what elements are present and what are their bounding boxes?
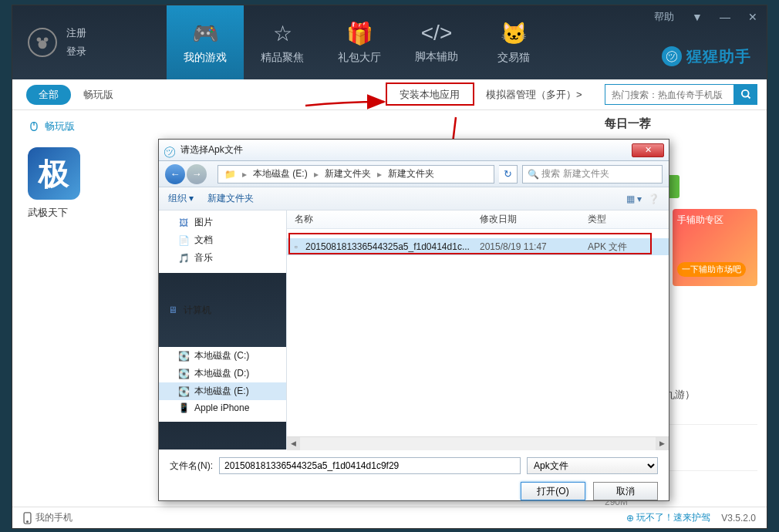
filename-label: 文件名(N): xyxy=(170,460,213,473)
svg-point-2 xyxy=(39,40,47,49)
game-app-name: 武极天下 xyxy=(28,206,136,220)
tab-script[interactable]: </> 脚本辅助 xyxy=(398,5,475,79)
file-list[interactable]: ▫ 201508181336544325a5_f1d0414d1c... 201… xyxy=(287,229,669,436)
search-icon: 🔍 xyxy=(528,169,539,180)
tab-featured[interactable]: ☆ 精品聚焦 xyxy=(244,5,321,79)
star-icon: ☆ xyxy=(273,21,292,46)
col-date[interactable]: 修改日期 xyxy=(472,213,580,226)
dialog-titlebar[interactable]: ㋡ 请选择Apk文件 ✕ xyxy=(159,140,669,161)
monkey-icon xyxy=(34,34,51,51)
file-type: APK 文件 xyxy=(580,241,649,254)
dialog-close-button[interactable]: ✕ xyxy=(632,143,664,157)
search-placeholder: 搜索 新建文件夹 xyxy=(541,167,609,180)
register-link[interactable]: 注册 xyxy=(66,26,86,40)
breadcrumb-part[interactable]: 本地磁盘 (E:) xyxy=(250,167,311,180)
cancel-button[interactable]: 取消 xyxy=(593,482,658,500)
tree-pictures[interactable]: 🖼图片 xyxy=(159,214,286,231)
scroll-left-icon[interactable]: ◀ xyxy=(287,437,300,450)
emu-manage-link[interactable]: 模拟器管理（多开）> xyxy=(486,88,582,102)
breadcrumb[interactable]: 📁 ▸ 本地磁盘 (E:) ▸ 新建文件夹 ▸ 新建文件夹 xyxy=(218,165,494,184)
forward-button[interactable]: → xyxy=(187,164,207,184)
filter-play[interactable]: 畅玩版 xyxy=(71,85,126,105)
horizontal-scrollbar[interactable]: ◀ ▶ xyxy=(287,436,669,450)
sos-icon: ⊕ xyxy=(626,513,634,524)
new-folder-button[interactable]: 新建文件夹 xyxy=(207,192,254,205)
gamepad-icon: 🎮 xyxy=(192,21,219,46)
picture-icon: 🖼 xyxy=(177,217,190,228)
tree-network[interactable]: 🌐网络 xyxy=(159,422,286,450)
help-icon[interactable]: ❔ xyxy=(648,194,659,204)
close-icon[interactable]: ✕ xyxy=(739,6,767,28)
search-button[interactable] xyxy=(734,84,757,105)
filename-input[interactable] xyxy=(219,457,521,474)
logo-icon: ㋡ xyxy=(662,46,682,66)
organize-button[interactable]: 组织 ▾ xyxy=(168,192,194,205)
open-button[interactable]: 打开(O) xyxy=(521,482,585,500)
disk-icon: 💽 xyxy=(177,351,190,362)
tab-label: 我的游戏 xyxy=(184,51,227,65)
install-local-button[interactable]: 安装本地应用 xyxy=(392,84,467,106)
footer: 我的手机 ⊕ 玩不了！速来护驾 V3.5.2.0 xyxy=(12,507,767,528)
svg-point-3 xyxy=(741,90,748,97)
tree-disk-e[interactable]: 💽本地磁盘 (E:) xyxy=(159,382,286,400)
dialog-nav: ← → 📁 ▸ 本地磁盘 (E:) ▸ 新建文件夹 ▸ 新建文件夹 ↻ 🔍 搜索… xyxy=(159,161,669,187)
folder-tree[interactable]: 🖼图片 📄文档 🎵音乐 🖥计算机 💽本地磁盘 (C:) 💽本地磁盘 (D:) 💽… xyxy=(159,210,287,450)
tab-label: 礼包大厅 xyxy=(338,51,381,65)
back-button[interactable]: ← xyxy=(165,164,185,184)
version-label: V3.5.2.0 xyxy=(721,513,756,524)
phone-icon: 📱 xyxy=(177,402,190,413)
col-name[interactable]: 名称 xyxy=(287,213,472,226)
dialog-search[interactable]: 🔍 搜索 新建文件夹 xyxy=(522,165,663,184)
breadcrumb-part[interactable]: 新建文件夹 xyxy=(385,167,437,180)
file-icon: ▫ xyxy=(287,241,305,252)
user-area: 注册 登录 xyxy=(12,15,167,70)
tree-disk-c[interactable]: 💽本地磁盘 (C:) xyxy=(159,347,286,365)
column-headers[interactable]: 名称 修改日期 类型 xyxy=(287,210,669,229)
tab-label: 交易猫 xyxy=(497,51,530,65)
minimize-icon[interactable]: — xyxy=(711,6,739,28)
tree-disk-d[interactable]: 💽本地磁盘 (D:) xyxy=(159,365,286,382)
breadcrumb-part[interactable]: 新建文件夹 xyxy=(322,167,374,180)
tree-computer[interactable]: 🖥计算机 xyxy=(159,273,286,347)
app-icon: ㋡ xyxy=(164,144,176,157)
game-app-icon[interactable]: 极 xyxy=(28,147,80,200)
gift-icon: 🎁 xyxy=(346,21,373,46)
view-button[interactable]: ▦ ▾ xyxy=(626,194,642,204)
footer-help-link[interactable]: ⊕ 玩不了！速来护驾 xyxy=(626,511,710,524)
tree-music[interactable]: 🎵音乐 xyxy=(159,249,286,267)
file-pane: 名称 修改日期 类型 ▫ 201508181336544325a5_f1d041… xyxy=(287,210,669,450)
tree-iphone[interactable]: 📱Apple iPhone xyxy=(159,400,286,416)
mouse-icon xyxy=(28,121,40,132)
tab-my-games[interactable]: 🎮 我的游戏 xyxy=(167,5,244,79)
doc-icon: 📄 xyxy=(177,235,190,246)
logo: ㋡ 猩猩助手 xyxy=(662,46,767,67)
computer-icon: 🖥 xyxy=(167,305,179,315)
tab-trade[interactable]: 🐱 交易猫 xyxy=(475,5,552,79)
dropdown-icon[interactable]: ▼ xyxy=(683,6,711,28)
scroll-right-icon[interactable]: ▶ xyxy=(656,437,669,450)
promo-banner[interactable]: 手辅助专区 一下辅助市场吧 xyxy=(673,209,757,286)
avatar[interactable] xyxy=(28,28,57,57)
play-version-link[interactable]: 畅玩版 xyxy=(28,120,136,133)
my-phone-button[interactable]: 我的手机 xyxy=(23,511,73,524)
login-link[interactable]: 登录 xyxy=(66,45,86,59)
dialog-title: 请选择Apk文件 xyxy=(180,143,243,157)
help-link[interactable]: 帮助 xyxy=(645,6,683,28)
search-icon xyxy=(740,89,752,100)
play-version-label: 畅玩版 xyxy=(45,120,75,133)
filetype-select[interactable]: Apk文件 xyxy=(527,457,658,474)
disk-icon: 💽 xyxy=(177,386,190,397)
tab-label: 精品聚焦 xyxy=(261,51,304,65)
footer-help-label: 玩不了！速来护驾 xyxy=(636,511,710,524)
file-name: 201508181336544325a5_f1d0414d1c... xyxy=(305,241,472,252)
folder-icon: 📁 xyxy=(221,169,239,180)
refresh-button[interactable]: ↻ xyxy=(499,165,518,184)
file-row[interactable]: ▫ 201508181336544325a5_f1d0414d1c... 201… xyxy=(287,238,669,255)
search-input[interactable] xyxy=(605,84,734,105)
phone-icon xyxy=(23,512,32,524)
filter-all[interactable]: 全部 xyxy=(26,85,71,105)
tree-docs[interactable]: 📄文档 xyxy=(159,231,286,249)
tab-gift[interactable]: 🎁 礼包大厅 xyxy=(321,5,398,79)
banner-text: 手辅助专区 xyxy=(677,214,753,227)
col-type[interactable]: 类型 xyxy=(580,213,649,226)
